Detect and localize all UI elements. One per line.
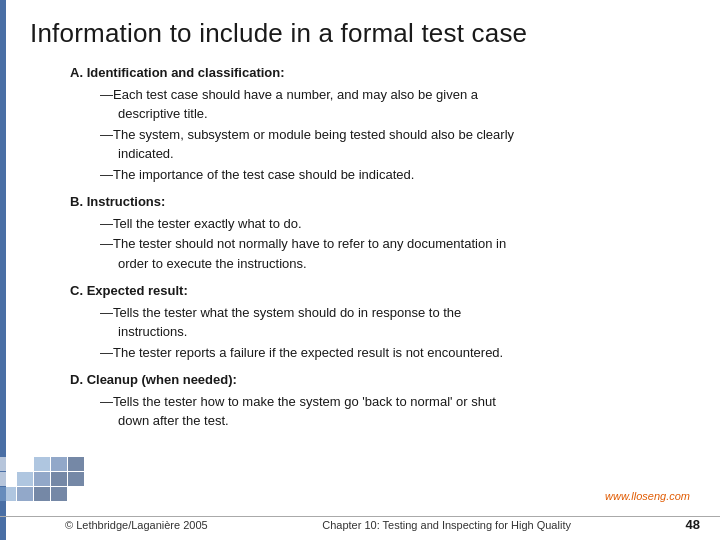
section-c-bullet-2: —The tester reports a failure if the exp… <box>100 343 690 363</box>
section-d-suffix: (when needed): <box>138 372 237 387</box>
watermark: www.lloseng.com <box>605 490 690 502</box>
decorative-blocks <box>0 457 90 512</box>
section-d-bold: Cleanup <box>87 372 138 387</box>
section-a-heading: A. Identification and classification: <box>70 63 690 83</box>
slide-title: Information to include in a formal test … <box>30 18 690 49</box>
footer-page-number: 48 <box>686 517 710 532</box>
section-d-heading: D. Cleanup (when needed): <box>70 370 690 390</box>
section-c-heading: C. Expected result: <box>70 281 690 301</box>
section-c-plain: C. <box>70 283 87 298</box>
section-d-bullet-1: —Tells the tester how to make the system… <box>100 392 690 431</box>
section-d-plain: D. <box>70 372 87 387</box>
section-a-bullet-1: —Each test case should have a number, an… <box>100 85 690 124</box>
section-b-bullet-2: —The tester should not normally have to … <box>100 234 690 273</box>
section-b-bold: Instructions: <box>87 194 166 209</box>
section-b-plain: B. <box>70 194 87 209</box>
footer: © Lethbridge/Laganière 2005 Chapter 10: … <box>0 516 720 532</box>
section-a-plain: A. <box>70 65 87 80</box>
section-b-heading: B. Instructions: <box>70 192 690 212</box>
section-a-bold: Identification and classification: <box>87 65 285 80</box>
section-a-bullet-2: —The system, subsystem or module being t… <box>100 125 690 164</box>
slide-container: Information to include in a formal test … <box>0 0 720 540</box>
section-a-bullet-3: —The importance of the test case should … <box>100 165 690 185</box>
section-b-bullet-1: —Tell the tester exactly what to do. <box>100 214 690 234</box>
footer-center: Chapter 10: Testing and Inspecting for H… <box>208 519 686 531</box>
section-c-bold: Expected result: <box>87 283 188 298</box>
content-area: A. Identification and classification: —E… <box>70 63 690 431</box>
footer-left: © Lethbridge/Laganière 2005 <box>10 519 208 531</box>
section-c-bullet-1: —Tells the tester what the system should… <box>100 303 690 342</box>
